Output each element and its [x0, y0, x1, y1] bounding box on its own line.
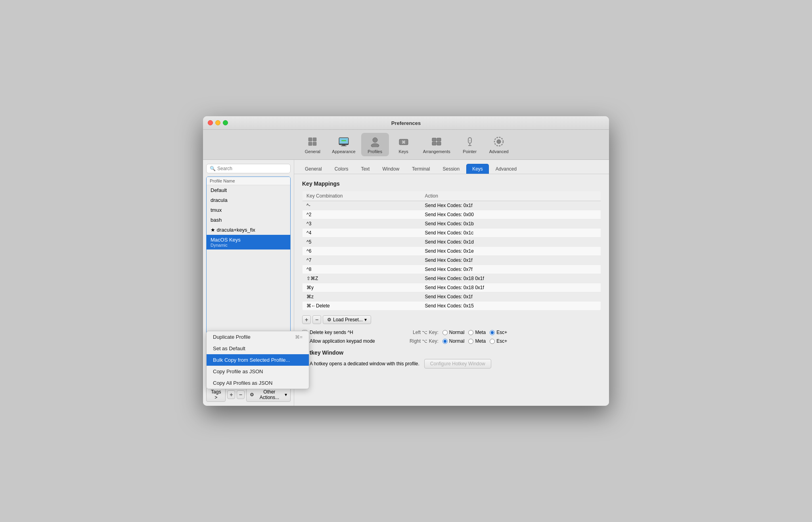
toolbar-pointer-label: Pointer [463, 149, 477, 154]
left-esc-label: Esc+ [496, 330, 507, 335]
configure-hotkey-button[interactable]: Configure Hotkey Window [424, 359, 491, 368]
load-preset-button[interactable]: ⚙ Load Preset... ▾ [323, 315, 371, 324]
list-item[interactable]: ★ dracula+keys_fix [207, 225, 290, 235]
toolbar-item-appearance[interactable]: Appearance [327, 133, 360, 156]
table-row[interactable]: ^4Send Hex Codes: 0x1c [303, 228, 601, 238]
svg-rect-17 [437, 142, 441, 145]
titlebar: Preferences [203, 116, 609, 130]
right-key-row: Right ⌥ Key: Normal Meta E [403, 338, 507, 344]
toolbar-item-general[interactable]: General [299, 133, 326, 156]
list-item-selected[interactable]: MacOS Keys Dynamic [207, 235, 290, 249]
app-keypad-option[interactable]: Allow application keypad mode [302, 338, 375, 344]
options-row: Delete key sends ^H Allow application ke… [302, 330, 601, 344]
sidebar: 🔍 Profile Name Default dracula tmux bash [203, 160, 294, 406]
svg-rect-9 [341, 140, 346, 141]
toolbar: General Appearance [203, 130, 609, 160]
toolbar-item-arrangements[interactable]: Arrangements [418, 133, 455, 156]
arrangements-icon [430, 135, 443, 148]
table-row[interactable]: ^7Send Hex Codes: 0x1f [303, 256, 601, 265]
svg-rect-14 [432, 138, 436, 141]
delete-key-label: Delete key sends ^H [310, 330, 353, 335]
col-header-key: Key Combination [303, 191, 421, 201]
tags-button[interactable]: Tags > [206, 388, 226, 402]
add-mapping-button[interactable]: + [302, 315, 311, 324]
tab-terminal[interactable]: Terminal [406, 164, 436, 174]
tab-text[interactable]: Text [355, 164, 375, 174]
main-panel: General Colors Text Window Terminal Sess… [294, 160, 609, 406]
toolbar-general-label: General [305, 149, 320, 154]
list-item[interactable]: bash [207, 215, 290, 225]
dropdown-item-bulk-copy[interactable]: Bulk Copy from Selected Profile... [207, 354, 309, 366]
tab-keys[interactable]: Keys [466, 164, 489, 174]
hotkey-label: A hotkey opens a dedicated window with t… [310, 361, 419, 367]
key-mappings-title: Key Mappings [302, 180, 601, 187]
left-meta-label: Meta [475, 330, 486, 335]
toolbar-item-keys[interactable]: ⌘ Keys [390, 133, 417, 156]
other-actions-button[interactable]: ⚙ Advanced Other Actions... ▾ [246, 388, 291, 402]
tab-advanced[interactable]: Advanced [490, 164, 523, 174]
tab-bar: General Colors Text Window Terminal Sess… [294, 160, 609, 174]
table-row[interactable]: ⇧⌘ZSend Hex Codes: 0x18 0x1f [303, 274, 601, 283]
dropdown-item-duplicate[interactable]: Duplicate Profile ⌘= [207, 331, 309, 343]
left-meta-option[interactable]: Meta [468, 330, 486, 335]
table-actions: + − ⚙ Load Preset... ▾ [302, 315, 601, 324]
dropdown-item-set-default[interactable]: Set as Default [207, 343, 309, 354]
tab-general[interactable]: General [299, 164, 328, 174]
toolbar-item-advanced[interactable]: Advanced [485, 133, 513, 156]
toolbar-item-profiles[interactable]: Profiles [361, 133, 389, 156]
search-input[interactable] [217, 166, 287, 171]
profiles-icon [369, 135, 381, 148]
right-key-label: Right ⌥ Key: [403, 338, 439, 344]
svg-rect-6 [339, 144, 349, 145]
table-row[interactable]: ⌘zSend Hex Codes: 0x1f [303, 292, 601, 301]
toolbar-item-pointer[interactable]: Pointer [456, 133, 484, 156]
col-header-action: Action [421, 191, 601, 201]
left-normal-option[interactable]: Normal [442, 330, 465, 335]
right-meta-option[interactable]: Meta [468, 338, 486, 344]
table-row[interactable]: ⌘←DeleteSend Hex Codes: 0x15 [303, 301, 601, 311]
table-row[interactable]: ^-Send Hex Codes: 0x1f [303, 201, 601, 210]
remove-profile-button[interactable]: − [237, 390, 245, 399]
tab-session[interactable]: Session [437, 164, 465, 174]
list-item[interactable]: Default [207, 185, 290, 195]
delete-key-option[interactable]: Delete key sends ^H [302, 330, 375, 335]
table-row[interactable]: ^3Send Hex Codes: 0x1b [303, 219, 601, 228]
tab-window[interactable]: Window [376, 164, 405, 174]
advanced-icon [492, 135, 505, 148]
svg-rect-2 [308, 142, 312, 146]
profile-list-header: Profile Name [207, 177, 290, 185]
app-keypad-label: Allow application keypad mode [310, 338, 375, 344]
remove-mapping-button[interactable]: − [312, 315, 321, 324]
search-bar[interactable]: 🔍 [206, 164, 291, 173]
chevron-down-icon: ▾ [285, 392, 287, 397]
window-title: Preferences [203, 120, 609, 129]
tab-colors[interactable]: Colors [329, 164, 354, 174]
table-row[interactable]: ^5Send Hex Codes: 0x1d [303, 238, 601, 247]
search-icon: 🔍 [210, 166, 216, 171]
table-row[interactable]: ^8Send Hex Codes: 0x7f [303, 265, 601, 274]
left-esc-option[interactable]: Esc+ [490, 330, 507, 335]
close-button[interactable] [208, 120, 213, 125]
table-row[interactable]: ⌘ySend Hex Codes: 0x18 0x1f [303, 283, 601, 292]
pointer-icon [463, 135, 476, 148]
right-esc-option[interactable]: Esc+ [490, 338, 507, 344]
panel-content: Key Mappings Key Combination Action ^-Se… [294, 174, 609, 406]
table-row[interactable]: ^6Send Hex Codes: 0x1e [303, 247, 601, 256]
right-normal-option[interactable]: Normal [442, 338, 465, 344]
traffic-lights [208, 120, 228, 125]
right-normal-label: Normal [449, 338, 465, 344]
chevron-down-icon: ▾ [364, 317, 367, 322]
hotkey-title: Hotkey Window [302, 349, 601, 356]
dropdown-item-copy-json[interactable]: Copy Profile as JSON [207, 366, 309, 377]
minimize-button[interactable] [215, 120, 220, 125]
svg-rect-8 [341, 146, 347, 146]
dropdown-item-copy-all-json[interactable]: Copy All Profiles as JSON [207, 377, 309, 389]
list-item[interactable]: tmux [207, 205, 290, 215]
table-row[interactable]: ^2Send Hex Codes: 0x00 [303, 210, 601, 219]
list-item[interactable]: dracula [207, 195, 290, 205]
right-esc-label: Esc+ [496, 338, 507, 344]
content-area: 🔍 Profile Name Default dracula tmux bash [203, 160, 609, 406]
maximize-button[interactable] [223, 120, 228, 125]
hotkey-checkbox-item[interactable]: A hotkey opens a dedicated window with t… [302, 361, 419, 367]
add-profile-button[interactable]: + [227, 390, 235, 399]
